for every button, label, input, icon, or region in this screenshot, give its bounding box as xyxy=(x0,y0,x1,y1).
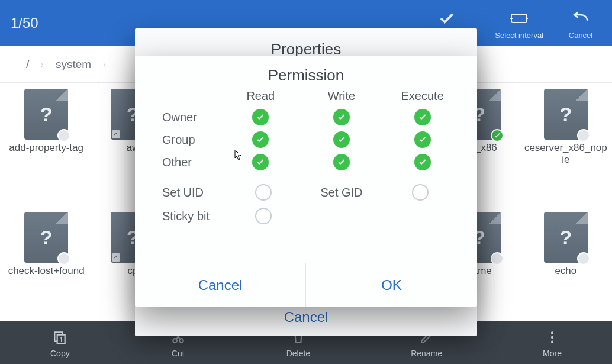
file-item[interactable]: ?ceserver_x86_nopie xyxy=(524,86,607,206)
page-fold-icon xyxy=(489,89,501,101)
divider xyxy=(149,179,463,179)
confirm-selection-button[interactable] xyxy=(426,7,468,30)
undo-icon xyxy=(568,7,594,30)
permission-grid: Read Write Execute Owner Group Other xyxy=(135,89,477,175)
cancel-selection-button[interactable]: Cancel xyxy=(560,7,601,40)
svg-rect-0 xyxy=(511,14,527,22)
group-read-checkbox[interactable] xyxy=(252,131,269,148)
sticky-bit-label: Sticky bit xyxy=(149,210,220,223)
sticky-bit-toggle[interactable] xyxy=(255,208,272,224)
page-fold-icon xyxy=(489,212,501,224)
selection-indicator xyxy=(57,252,70,265)
delete-label: Delete xyxy=(286,349,310,358)
set-uid-toggle[interactable] xyxy=(255,184,272,201)
unknown-file-icon: ? xyxy=(559,103,572,126)
header-execute: Execute xyxy=(382,89,463,103)
file-item[interactable]: ?add-property-tag xyxy=(5,86,88,206)
row-other: Other xyxy=(149,156,220,169)
selection-indicator xyxy=(491,252,504,265)
select-interval-icon xyxy=(506,7,532,30)
file-thumb: ? xyxy=(24,89,68,140)
other-execute-checkbox[interactable] xyxy=(414,154,431,170)
breadcrumb-item[interactable]: system xyxy=(56,58,91,71)
rename-label: Rename xyxy=(411,349,442,358)
symlink-icon xyxy=(112,253,120,262)
svg-point-8 xyxy=(551,340,553,343)
set-uid-label: Set UID xyxy=(149,186,220,199)
cancel-selection-label: Cancel xyxy=(569,31,592,40)
set-gid-toggle[interactable] xyxy=(412,184,429,201)
permission-dialog: Permission Read Write Execute Owner Grou… xyxy=(135,56,477,307)
file-thumb: ? xyxy=(544,212,588,263)
cut-label: Cut xyxy=(172,349,185,358)
chevron-right-icon: › xyxy=(41,60,44,69)
group-execute-checkbox[interactable] xyxy=(414,131,431,148)
row-group: Group xyxy=(149,133,220,147)
permission-title: Permission xyxy=(135,56,477,89)
app-root: { "topbar": { "counter": "1/50", "select… xyxy=(0,0,612,364)
file-item[interactable]: ?check-lost+found xyxy=(5,210,88,318)
file-item[interactable]: ?echo xyxy=(524,210,607,318)
svg-point-6 xyxy=(551,331,553,334)
chevron-right-icon: › xyxy=(103,60,106,69)
svg-text:1: 1 xyxy=(59,336,63,343)
set-gid-label: Set GID xyxy=(306,186,377,199)
copy-label: Copy xyxy=(50,349,70,358)
select-interval-label: Select interval xyxy=(495,31,543,40)
copy-icon: 1 xyxy=(52,327,67,347)
selection-indicator xyxy=(57,129,70,142)
file-label: add-property-tag xyxy=(9,142,83,154)
owner-write-checkbox[interactable] xyxy=(333,109,350,125)
unknown-file-icon: ? xyxy=(40,226,53,249)
page-fold-icon xyxy=(56,89,68,101)
symlink-icon xyxy=(112,130,120,138)
page-fold-icon xyxy=(576,89,588,101)
more-label: More xyxy=(543,349,562,358)
file-label: echo xyxy=(555,265,576,277)
owner-read-checkbox[interactable] xyxy=(252,109,269,125)
permission-ok-button[interactable]: OK xyxy=(306,263,477,307)
file-label: check-lost+found xyxy=(8,265,85,277)
group-write-checkbox[interactable] xyxy=(333,131,350,148)
file-label: ceserver_x86_nopie xyxy=(524,142,607,165)
header-read: Read xyxy=(220,89,301,103)
other-write-checkbox[interactable] xyxy=(333,154,350,170)
selection-indicator xyxy=(491,129,504,142)
permission-cancel-button[interactable]: Cancel xyxy=(135,263,306,307)
svg-point-7 xyxy=(551,336,553,339)
file-thumb: ? xyxy=(24,212,68,263)
other-read-checkbox[interactable] xyxy=(252,154,269,170)
page-fold-icon xyxy=(576,212,588,224)
unknown-file-icon: ? xyxy=(559,226,572,249)
selection-indicator xyxy=(577,252,590,265)
special-bits: Set UID Set GID Sticky bit xyxy=(135,183,477,226)
copy-button[interactable]: 1 Copy xyxy=(50,327,70,358)
owner-execute-checkbox[interactable] xyxy=(414,109,431,125)
select-interval-button[interactable]: Select interval xyxy=(495,7,543,40)
more-button[interactable]: More xyxy=(543,327,562,358)
breadcrumb-root[interactable]: / xyxy=(26,58,29,71)
header-write: Write xyxy=(301,89,382,103)
row-owner: Owner xyxy=(149,111,220,124)
unknown-file-icon: ? xyxy=(40,103,53,126)
check-icon xyxy=(434,7,460,30)
file-thumb: ? xyxy=(544,89,588,140)
selection-counter: 1/50 xyxy=(11,15,38,31)
more-icon xyxy=(545,327,560,347)
selection-indicator xyxy=(577,129,590,142)
page-fold-icon xyxy=(56,212,68,224)
dialog-buttons: Cancel OK xyxy=(135,263,477,307)
